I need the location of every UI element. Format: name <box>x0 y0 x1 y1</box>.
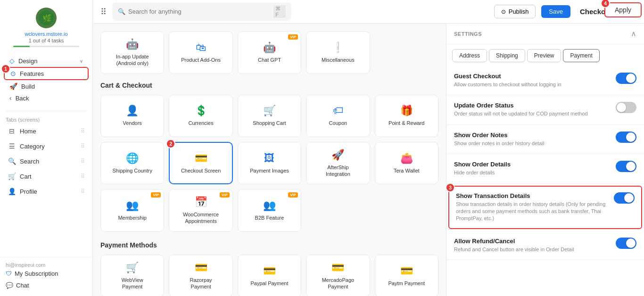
shippingcountry-label: Shipping Country <box>113 167 152 174</box>
feature-card-paymentimages[interactable]: 🖼 Payment Images <box>238 142 301 185</box>
search-nav-icon: 🔍 <box>8 157 16 165</box>
search-drag[interactable]: ⠿ <box>81 158 85 164</box>
avatar-section: 🌿 wclovers.mstore.io 1 out of 4 tasks <box>0 0 92 51</box>
tab-preview[interactable]: Preview <box>527 49 561 62</box>
paytm-label: Paytm Payment <box>388 280 425 287</box>
username[interactable]: wclovers.mstore.io <box>25 31 67 37</box>
empty-top <box>375 31 438 74</box>
setting-update-order-status-text: Update Order Status Order status will no… <box>454 102 610 117</box>
category-drag[interactable]: ⠿ <box>81 143 85 149</box>
nav-item-search[interactable]: 🔍 Search ⠿ <box>2 154 91 168</box>
shoppingcart-icon: 🛒 <box>263 105 276 117</box>
setting-allow-refund: Allow Refund/Cancel Refund and Cancel bu… <box>446 231 644 260</box>
nav-item-profile[interactable]: 👤 Profile ⠿ <box>2 184 91 198</box>
wooappointments-label: WooCommerceAppointments <box>183 211 219 225</box>
footer-subscription[interactable]: 🛡 My Subscription <box>6 268 87 280</box>
inapp-label: In-app Update(Android only) <box>116 53 149 67</box>
save-button[interactable]: Save <box>541 5 570 18</box>
toggle-show-order-notes[interactable] <box>616 132 636 143</box>
feature-card-currencies[interactable]: 💲 Currencies <box>169 95 232 137</box>
feature-card-mercadopago[interactable]: 💳 MercadoPagoPayment <box>306 255 370 296</box>
cart-checkout-grid: 👤 Vendors 💲 Currencies 🛒 Shopping Cart 🏷… <box>100 95 438 232</box>
toggle-show-order-details[interactable] <box>616 161 636 172</box>
nav-item-home[interactable]: ⊟ Home ⠿ <box>2 124 91 138</box>
build-label: Build <box>21 83 35 90</box>
nav-item-cart[interactable]: 🛒 Cart ⠿ <box>2 169 91 183</box>
toggle-update-order-status-knob <box>617 103 626 112</box>
profile-label: Profile <box>20 188 77 195</box>
design-chevron: ∨ <box>80 58 83 64</box>
razorpay-icon: 💳 <box>195 262 207 274</box>
setting-allow-refund-name: Allow Refund/Cancel <box>454 238 610 245</box>
setting-guest-checkout-text: Guest Checkout Allow customers to checko… <box>454 73 610 88</box>
feature-card-chatgpt[interactable]: VIP 🤖 Chat GPT <box>238 31 301 74</box>
setting-allow-refund-text: Allow Refund/Cancel Refund and Cancel bu… <box>454 238 610 253</box>
apply-button[interactable]: Apply <box>604 2 642 17</box>
settings-header: SETTINGS ∧ <box>446 24 644 44</box>
feature-card-aftership[interactable]: 🚀 AfterShipIntegration <box>306 142 370 185</box>
nav-item-category[interactable]: ☰ Category ⠿ <box>2 139 91 153</box>
setting-guest-checkout-desc: Allow customers to checkout without logg… <box>454 81 610 88</box>
toggle-update-order-status[interactable] <box>616 102 636 113</box>
grid-icon[interactable]: ⠿ <box>100 7 107 17</box>
feature-card-misc[interactable]: ❕ Miscellaneous <box>306 31 370 74</box>
publish-button[interactable]: ⊙ Publish <box>494 5 536 18</box>
toggle-allow-refund-knob <box>626 238 636 248</box>
feature-card-coupon[interactable]: 🏷 Coupon <box>306 95 370 137</box>
sidebar-item-design[interactable]: ◇ Design ∨ <box>4 55 89 66</box>
home-drag[interactable]: ⠿ <box>81 128 85 134</box>
sidebar-item-build[interactable]: 🚀 Build <box>4 81 89 92</box>
chatgpt-icon: 🤖 <box>263 41 276 54</box>
feature-card-inapp[interactable]: 🤖 In-app Update(Android only) <box>100 31 164 74</box>
feature-card-paytm[interactable]: 💳 Paytm Payment <box>375 255 438 296</box>
coupon-label: Coupon <box>329 120 347 126</box>
feature-card-webview[interactable]: 🛒 WebViewPayment <box>100 255 164 296</box>
feature-card-terawallet[interactable]: 👛 Tera Wallet <box>375 142 438 185</box>
feature-card-razorpay[interactable]: 💳 RazorpayPayment <box>169 255 232 296</box>
b2b-vip: VIP <box>288 192 298 197</box>
feature-card-paypal[interactable]: 💳 Paypal Payment <box>238 255 301 296</box>
cart-drag[interactable]: ⠿ <box>81 173 85 180</box>
feature-card-pointreward[interactable]: 🎁 Point & Reward <box>375 95 438 137</box>
terawallet-label: Tera Wallet <box>394 167 420 174</box>
search-bar[interactable]: 🔍 ⌘ F <box>112 2 291 21</box>
feature-card-wooappointments[interactable]: VIP 📅 WooCommerceAppointments <box>169 189 232 232</box>
category-label: Category <box>20 143 77 150</box>
feature-card-shoppingcart[interactable]: 🛒 Shopping Cart <box>238 95 301 137</box>
search-input[interactable] <box>128 8 271 15</box>
membership-icon: 👥 <box>126 199 139 212</box>
toggle-allow-refund[interactable] <box>616 238 636 249</box>
pointreward-label: Point & Reward <box>388 120 424 126</box>
sidebar-divider <box>6 111 87 111</box>
tab-address[interactable]: Address <box>452 49 487 62</box>
footer-chat[interactable]: 💬 Chat <box>6 280 87 291</box>
sidebar-nav: ◇ Design ∨ 1 ⊙ Features 🚀 Build ‹ Back <box>0 51 92 108</box>
feature-card-shippingcountry[interactable]: 🌐 Shipping Country <box>100 142 164 185</box>
feature-card-checkoutscreen[interactable]: 2 💳 Checkout Screen <box>169 142 232 185</box>
feature-card-productaddons[interactable]: 🛍 Product Add-Ons <box>169 31 232 74</box>
avatar[interactable]: 🌿 <box>36 8 57 28</box>
features-icon: ⊙ <box>10 70 16 77</box>
toggle-show-transaction-details[interactable] <box>614 192 635 204</box>
subscription-label: My Subscription <box>15 270 58 277</box>
currencies-icon: 💲 <box>195 105 207 117</box>
toggle-guest-checkout[interactable] <box>616 73 636 84</box>
setting-show-order-details-text: Show Order Details Hide order details <box>454 161 610 176</box>
feature-card-membership[interactable]: VIP 👥 Membership <box>100 189 164 232</box>
feature-card-vendors[interactable]: 👤 Vendors <box>100 95 164 137</box>
search-shortcut: ⌘ F <box>273 5 286 18</box>
profile-nav-icon: 👤 <box>8 187 16 196</box>
features-panel: 🤖 In-app Update(Android only) 🛍 Product … <box>93 24 446 296</box>
currencies-label: Currencies <box>189 120 214 126</box>
profile-drag[interactable]: ⠿ <box>81 188 85 195</box>
settings-collapse-icon[interactable]: ∧ <box>631 29 636 38</box>
setting-show-order-notes: Show Order Notes Show order notes in ord… <box>446 125 644 154</box>
tab-shipping[interactable]: Shipping <box>489 49 525 62</box>
webview-label: WebViewPayment <box>122 277 143 290</box>
feature-card-b2b[interactable]: VIP 👥 B2B Feature <box>238 189 301 232</box>
sidebar-item-features[interactable]: 1 ⊙ Features <box>4 67 89 80</box>
tab-payment[interactable]: Payment <box>563 49 599 62</box>
sidebar-item-back[interactable]: ‹ Back <box>4 92 89 104</box>
task-progress-bar <box>13 46 79 47</box>
content-area: 🤖 In-app Update(Android only) 🛍 Product … <box>93 24 644 296</box>
